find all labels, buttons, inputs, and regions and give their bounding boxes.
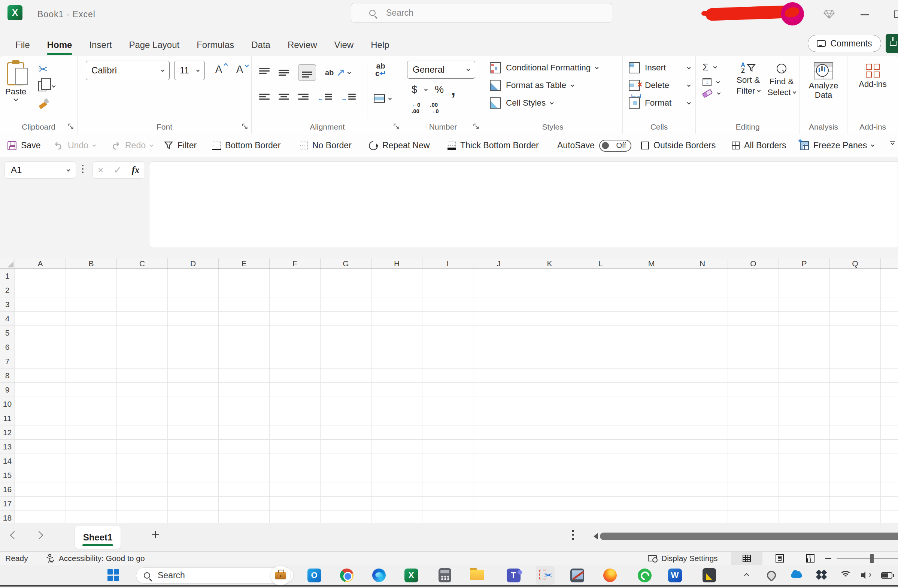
sheet-scroll-right-icon[interactable] (35, 531, 43, 540)
wifi-icon[interactable] (839, 569, 852, 582)
column-header-a[interactable]: A (15, 259, 66, 269)
taskbar-dark-app[interactable] (702, 568, 717, 583)
menu-tab-insert[interactable]: Insert (80, 34, 120, 56)
thick-bottom-border-button[interactable]: Thick Bottom Border (448, 134, 539, 157)
row-header-8[interactable]: 8 (0, 368, 15, 383)
accounting-dropdown[interactable] (424, 87, 428, 91)
cell-area[interactable] (15, 269, 898, 523)
row-header-12[interactable]: 12 (0, 425, 15, 440)
conditional-formatting-button[interactable]: Conditional Formatting (490, 62, 598, 74)
column-header-f[interactable]: F (270, 259, 321, 269)
percent-style-button[interactable]: % (435, 84, 444, 95)
freeze-panes-dropdown[interactable] (871, 143, 875, 147)
column-header-m[interactable]: M (626, 259, 677, 269)
column-header-d[interactable]: D (168, 259, 219, 269)
menu-tab-view[interactable]: View (326, 34, 363, 56)
format-painter-icon[interactable] (38, 97, 49, 109)
undo-button[interactable]: Undo (54, 134, 95, 157)
accessibility-status[interactable]: Accessibility: Good to go (45, 554, 145, 563)
row-header-16[interactable]: 16 (0, 482, 15, 497)
comma-style-button[interactable]: , (451, 87, 455, 93)
row-header-6[interactable]: 6 (0, 340, 15, 354)
row-header-17[interactable]: 17 (0, 497, 15, 511)
middle-align-button[interactable] (278, 68, 289, 77)
volume-icon[interactable] (860, 569, 873, 582)
taskbar-search[interactable]: Search (136, 567, 294, 583)
alignment-dialog-launcher[interactable] (393, 123, 400, 130)
autosave-toggle[interactable]: Off (599, 140, 631, 152)
titlebar-search-box[interactable]: Search (351, 3, 612, 23)
undo-dropdown[interactable] (92, 143, 96, 147)
align-left-button[interactable] (259, 94, 270, 103)
excel-app-icon[interactable]: X (8, 5, 23, 20)
horizontal-scrollbar-thumb[interactable] (600, 533, 898, 540)
sheet-options-icon[interactable] (572, 530, 574, 540)
row-header-2[interactable]: 2 (0, 283, 15, 297)
user-avatar-redacted[interactable] (781, 2, 804, 25)
column-header-p[interactable]: P (779, 259, 830, 269)
column-header-l[interactable]: L (575, 259, 626, 269)
no-border-button[interactable]: No Border (300, 134, 352, 157)
column-header-e[interactable]: E (219, 259, 270, 269)
center-button[interactable] (278, 94, 289, 103)
bottom-align-button[interactable] (298, 65, 316, 81)
tray-expand-button[interactable] (740, 569, 753, 582)
menu-tab-file[interactable]: File (7, 34, 38, 56)
cell-styles-button[interactable]: Cell Styles (490, 97, 598, 109)
zoom-slider-track[interactable] (836, 559, 898, 559)
redo-button[interactable]: Redo (111, 134, 153, 157)
align-right-button[interactable] (298, 94, 309, 103)
taskbar-whatsapp[interactable] (637, 568, 652, 583)
taskbar-file-explorer[interactable] (470, 568, 484, 583)
cut-icon[interactable]: ✂ (38, 64, 55, 75)
insert-function-icon[interactable]: fx (132, 165, 140, 175)
filter-button[interactable]: Filter (164, 134, 197, 157)
name-box-dropdown[interactable] (67, 168, 71, 171)
start-button[interactable] (106, 568, 121, 583)
taskbar-calculator[interactable] (437, 568, 452, 583)
accounting-format-button[interactable]: $ (412, 84, 417, 95)
number-dialog-launcher[interactable] (473, 123, 480, 130)
sheet-scroll-left-icon[interactable] (10, 531, 19, 540)
row-header-1[interactable]: 1 (0, 269, 15, 283)
share-button[interactable] (886, 34, 898, 53)
paste-button[interactable]: Paste (5, 57, 26, 101)
taskbar-excel[interactable]: X (404, 568, 419, 583)
redo-dropdown[interactable] (150, 143, 154, 147)
maximize-button[interactable] (894, 11, 898, 18)
taskbar-firefox[interactable] (603, 568, 618, 583)
new-sheet-button[interactable]: + (151, 527, 160, 541)
dropbox-icon[interactable] (815, 569, 828, 582)
zoom-slider-thumb[interactable] (870, 554, 873, 563)
wrap-text-button[interactable]: ab c↵ (375, 62, 386, 77)
fill-button[interactable]: ↓ (703, 78, 720, 86)
taskbar-word[interactable]: W (667, 568, 682, 583)
number-format-combo[interactable]: General (407, 61, 475, 79)
repeat-new-button[interactable]: Repeat New (369, 134, 430, 157)
decrease-indent-button[interactable]: ← (318, 94, 332, 103)
taskbar-outlook[interactable]: O (307, 568, 322, 583)
cancel-icon[interactable]: × (98, 165, 103, 176)
taskbar-teams[interactable]: T (506, 568, 521, 583)
column-header-o[interactable]: O (728, 259, 779, 269)
taskbar-edge[interactable] (372, 568, 386, 583)
outside-borders-button[interactable]: Outside Borders (641, 134, 716, 157)
toolbar-overflow-button[interactable] (888, 141, 896, 145)
increase-decimal-button[interactable]: ←0.00 (412, 102, 420, 114)
tray-app-icon[interactable] (765, 569, 778, 582)
column-header-j[interactable]: J (474, 259, 524, 269)
page-layout-view-button[interactable] (764, 552, 795, 565)
column-header-k[interactable]: K (524, 259, 575, 269)
decrease-font-size-button[interactable]: A (236, 64, 243, 75)
row-header-14[interactable]: 14 (0, 454, 15, 468)
font-size-combo[interactable]: 11 (174, 61, 205, 80)
all-borders-button[interactable]: All Borders (732, 134, 786, 157)
row-header-13[interactable]: 13 (0, 440, 15, 454)
row-header-3[interactable]: 3 (0, 297, 15, 312)
clear-button[interactable] (703, 91, 720, 96)
name-box[interactable]: A1 (5, 162, 76, 179)
battery-icon[interactable] (880, 569, 893, 582)
display-settings-button[interactable]: Display Settings (648, 552, 718, 565)
increase-font-size-button[interactable]: A (215, 64, 222, 75)
row-header-18[interactable]: 18 (0, 511, 15, 523)
